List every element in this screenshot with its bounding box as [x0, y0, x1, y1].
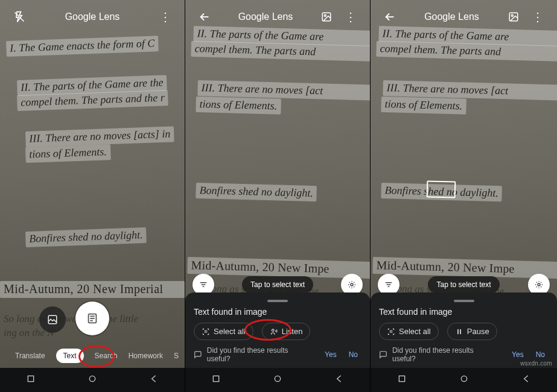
select-all-label: Select all: [214, 327, 246, 336]
feedback-no[interactable]: No: [345, 348, 361, 361]
ocr-text[interactable]: I. The Game enacts the form of C: [6, 36, 159, 56]
panel-title: Text found in image: [379, 307, 549, 317]
nav-recent-icon[interactable]: [26, 374, 36, 386]
app-title: Google Lens: [31, 11, 153, 22]
svg-point-18: [511, 14, 513, 16]
ocr-text[interactable]: Bonfires shed no daylight.: [25, 227, 147, 247]
nav-recent-icon[interactable]: [397, 374, 407, 386]
nav-home-icon[interactable]: [273, 374, 282, 386]
more-icon[interactable]: [153, 5, 177, 29]
svg-rect-23: [457, 329, 459, 334]
tap-hint: Tap to select text: [242, 276, 313, 293]
svg-rect-24: [460, 329, 461, 334]
feedback-yes[interactable]: Yes: [321, 348, 340, 361]
svg-point-13: [351, 283, 353, 286]
ocr-text[interactable]: tions of Elements.: [381, 96, 466, 114]
nav-back-icon[interactable]: [149, 374, 159, 386]
mode-text[interactable]: Text: [56, 349, 84, 363]
svg-rect-15: [213, 376, 218, 381]
watermark: wsxdn.com: [520, 360, 552, 367]
feedback-no[interactable]: No: [532, 348, 549, 361]
svg-point-9: [324, 14, 326, 16]
mode-homework[interactable]: Homework: [129, 352, 163, 360]
drag-handle[interactable]: [267, 300, 288, 302]
listen-label: Listen: [282, 327, 303, 336]
feedback-question: Did you find these results useful?: [207, 346, 311, 363]
shutter-button[interactable]: [75, 302, 109, 335]
screenshot-3: Google Lens II. The parts of the Game ar…: [370, 0, 557, 392]
mode-shopping[interactable]: S: [174, 352, 179, 360]
mode-selector: Translate Text Search Homework S: [0, 344, 185, 368]
ocr-text[interactable]: III. There are no moves [acts] in: [25, 126, 174, 147]
ocr-text[interactable]: tions of Elements.: [25, 144, 110, 163]
drag-handle[interactable]: [454, 300, 474, 302]
svg-rect-25: [399, 376, 404, 381]
feedback-yes[interactable]: Yes: [508, 348, 527, 361]
chat-icon: [194, 350, 202, 359]
svg-point-22: [538, 283, 540, 286]
nav-home-icon[interactable]: [88, 374, 97, 386]
app-title: Google Lens: [402, 11, 501, 22]
ocr-text[interactable]: tions of Elements.: [196, 96, 281, 114]
screenshot-1: Google Lens I. The Game enacts the form …: [0, 0, 185, 392]
nav-recent-icon[interactable]: [211, 374, 221, 386]
screenshot-2: Google Lens II. The parts of the Game ar…: [185, 0, 370, 392]
more-icon[interactable]: [526, 5, 550, 29]
flash-off-icon[interactable]: [7, 5, 31, 29]
nav-back-icon[interactable]: [334, 374, 344, 386]
pause-label: Pause: [467, 327, 489, 336]
top-bar: Google Lens: [0, 0, 185, 34]
panel-actions: Select all Pause: [379, 323, 549, 340]
system-nav: [371, 368, 557, 392]
back-icon[interactable]: [193, 5, 217, 29]
gallery-button[interactable]: [39, 306, 66, 333]
feedback-question: Did you find these results useful?: [392, 346, 498, 363]
panel-title: Text found in image: [194, 307, 361, 317]
app-title: Google Lens: [217, 11, 314, 22]
capture-controls: Translate Text Search Homework S: [0, 302, 185, 368]
select-all-button[interactable]: Select all: [379, 323, 439, 340]
svg-rect-6: [28, 376, 33, 381]
panel-actions: Select all Listen: [194, 323, 361, 340]
result-panel: Text found in image Select all Listen Di…: [185, 292, 370, 368]
listen-button[interactable]: Listen: [262, 323, 311, 340]
nav-back-icon[interactable]: [521, 374, 531, 386]
result-panel: Text found in image Select all Pause Did…: [371, 292, 557, 368]
tap-hint: Tap to select text: [428, 276, 499, 293]
system-nav: [0, 368, 185, 392]
back-icon[interactable]: [378, 5, 402, 29]
mode-translate[interactable]: Translate: [15, 352, 45, 360]
system-nav: [185, 368, 370, 392]
svg-point-14: [272, 329, 274, 331]
nav-home-icon[interactable]: [459, 374, 469, 386]
select-all-label: Select all: [399, 327, 431, 336]
ocr-text[interactable]: Mid-Autumn, 20 New Imperial: [0, 281, 185, 298]
svg-point-26: [461, 376, 466, 381]
mode-search[interactable]: Search: [95, 352, 118, 360]
more-icon[interactable]: [339, 5, 363, 29]
pause-button[interactable]: Pause: [447, 323, 497, 340]
ocr-text[interactable]: Bonfires shed no daylight.: [196, 183, 317, 201]
top-bar: Google Lens: [371, 0, 557, 34]
top-bar: Google Lens: [185, 0, 370, 34]
image-icon[interactable]: [314, 5, 339, 29]
feedback-row: Did you find these results useful? Yes N…: [194, 346, 361, 363]
image-icon[interactable]: [501, 5, 526, 29]
chat-icon: [379, 350, 387, 359]
svg-point-16: [275, 376, 280, 381]
ocr-text[interactable]: Bonfires shed no daylight.: [381, 183, 502, 201]
svg-point-7: [89, 376, 95, 381]
select-all-button[interactable]: Select all: [194, 323, 253, 340]
